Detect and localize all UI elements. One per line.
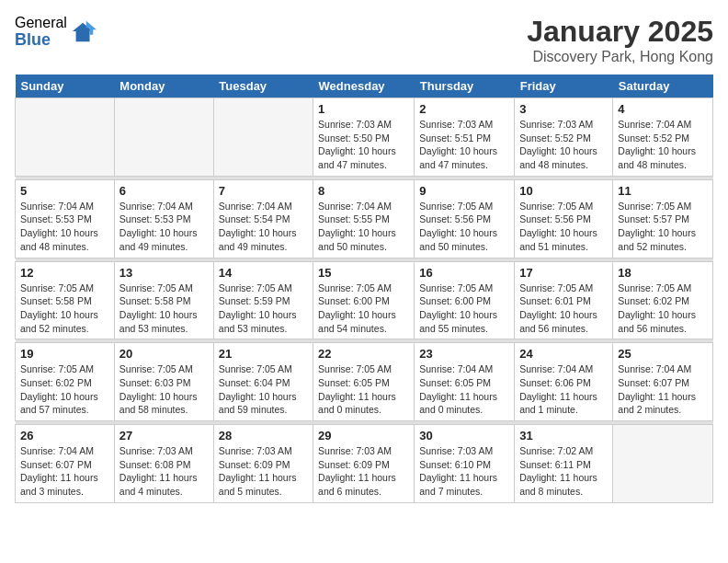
day-info: Sunrise: 7:03 AM Sunset: 5:50 PM Dayligh… (318, 118, 409, 172)
day-number: 13 (119, 266, 209, 280)
calendar-cell: 5Sunrise: 7:04 AM Sunset: 5:53 PM Daylig… (16, 179, 115, 258)
day-number: 2 (419, 102, 509, 116)
day-number: 20 (119, 347, 209, 361)
day-number: 27 (119, 429, 209, 442)
day-number: 31 (519, 429, 608, 442)
calendar-week-row: 12Sunrise: 7:05 AM Sunset: 5:58 PM Dayli… (16, 261, 713, 339)
calendar-title: January 2025 (527, 15, 713, 49)
day-info: Sunrise: 7:05 AM Sunset: 5:58 PM Dayligh… (119, 282, 209, 336)
day-info: Sunrise: 7:05 AM Sunset: 6:03 PM Dayligh… (119, 362, 209, 417)
day-info: Sunrise: 7:04 AM Sunset: 6:07 PM Dayligh… (618, 362, 708, 417)
calendar-cell: 19Sunrise: 7:05 AM Sunset: 6:02 PM Dayli… (16, 343, 115, 421)
calendar-cell (213, 98, 313, 177)
calendar-cell: 23Sunrise: 7:04 AM Sunset: 6:05 PM Dayli… (415, 343, 515, 421)
day-number: 11 (618, 184, 708, 198)
day-number: 4 (618, 102, 708, 116)
day-info: Sunrise: 7:04 AM Sunset: 6:07 PM Dayligh… (20, 444, 109, 499)
day-info: Sunrise: 7:03 AM Sunset: 6:09 PM Dayligh… (219, 444, 308, 499)
column-header-friday: Friday (515, 75, 613, 98)
day-number: 17 (519, 266, 608, 280)
calendar-table: SundayMondayTuesdayWednesdayThursdayFrid… (15, 75, 713, 503)
calendar-cell (114, 98, 213, 177)
calendar-cell: 20Sunrise: 7:05 AM Sunset: 6:03 PM Dayli… (114, 343, 213, 421)
column-header-thursday: Thursday (415, 75, 515, 98)
day-info: Sunrise: 7:03 AM Sunset: 5:51 PM Dayligh… (419, 118, 509, 172)
day-number: 12 (20, 266, 109, 280)
day-info: Sunrise: 7:04 AM Sunset: 5:52 PM Dayligh… (618, 118, 708, 172)
column-header-sunday: Sunday (16, 75, 115, 98)
day-info: Sunrise: 7:05 AM Sunset: 5:56 PM Dayligh… (419, 200, 509, 254)
day-number: 10 (519, 184, 608, 198)
logo: General Blue (15, 15, 97, 49)
day-info: Sunrise: 7:05 AM Sunset: 6:02 PM Dayligh… (20, 362, 109, 417)
day-number: 26 (20, 429, 109, 442)
day-number: 23 (419, 347, 509, 361)
day-number: 30 (419, 429, 509, 442)
calendar-subtitle: Discovery Park, Hong Kong (527, 49, 713, 65)
day-info: Sunrise: 7:05 AM Sunset: 6:04 PM Dayligh… (219, 362, 308, 417)
day-info: Sunrise: 7:04 AM Sunset: 5:53 PM Dayligh… (119, 200, 209, 254)
calendar-cell: 2Sunrise: 7:03 AM Sunset: 5:51 PM Daylig… (415, 98, 515, 177)
page-header: General Blue January 2025 Discovery Park… (15, 15, 713, 65)
day-number: 29 (318, 429, 409, 442)
day-info: Sunrise: 7:03 AM Sunset: 6:09 PM Dayligh… (318, 444, 409, 499)
calendar-cell: 9Sunrise: 7:05 AM Sunset: 5:56 PM Daylig… (415, 179, 515, 258)
column-header-monday: Monday (114, 75, 213, 98)
day-info: Sunrise: 7:04 AM Sunset: 5:53 PM Dayligh… (20, 200, 109, 254)
calendar-cell: 26Sunrise: 7:04 AM Sunset: 6:07 PM Dayli… (16, 425, 115, 503)
day-number: 6 (119, 184, 209, 198)
calendar-cell: 11Sunrise: 7:05 AM Sunset: 5:57 PM Dayli… (613, 179, 713, 258)
calendar-cell: 10Sunrise: 7:05 AM Sunset: 5:56 PM Dayli… (515, 179, 613, 258)
day-info: Sunrise: 7:03 AM Sunset: 5:52 PM Dayligh… (519, 118, 608, 172)
calendar-cell: 24Sunrise: 7:04 AM Sunset: 6:06 PM Dayli… (515, 343, 613, 421)
calendar-cell: 22Sunrise: 7:05 AM Sunset: 6:05 PM Dayli… (313, 343, 415, 421)
calendar-cell (613, 425, 713, 503)
day-number: 8 (318, 184, 409, 198)
day-info: Sunrise: 7:05 AM Sunset: 6:00 PM Dayligh… (419, 282, 509, 336)
day-info: Sunrise: 7:04 AM Sunset: 5:54 PM Dayligh… (219, 200, 308, 254)
calendar-cell: 28Sunrise: 7:03 AM Sunset: 6:09 PM Dayli… (213, 425, 313, 503)
calendar-cell: 30Sunrise: 7:03 AM Sunset: 6:10 PM Dayli… (415, 425, 515, 503)
day-number: 1 (318, 102, 409, 116)
calendar-cell: 31Sunrise: 7:02 AM Sunset: 6:11 PM Dayli… (515, 425, 613, 503)
calendar-cell: 27Sunrise: 7:03 AM Sunset: 6:08 PM Dayli… (114, 425, 213, 503)
calendar-cell: 17Sunrise: 7:05 AM Sunset: 6:01 PM Dayli… (515, 261, 613, 339)
calendar-cell: 7Sunrise: 7:04 AM Sunset: 5:54 PM Daylig… (213, 179, 313, 258)
day-info: Sunrise: 7:05 AM Sunset: 6:05 PM Dayligh… (318, 362, 409, 417)
calendar-cell: 3Sunrise: 7:03 AM Sunset: 5:52 PM Daylig… (515, 98, 613, 177)
calendar-cell: 15Sunrise: 7:05 AM Sunset: 6:00 PM Dayli… (313, 261, 415, 339)
calendar-cell: 6Sunrise: 7:04 AM Sunset: 5:53 PM Daylig… (114, 179, 213, 258)
day-info: Sunrise: 7:04 AM Sunset: 6:05 PM Dayligh… (419, 362, 509, 417)
calendar-cell: 25Sunrise: 7:04 AM Sunset: 6:07 PM Dayli… (613, 343, 713, 421)
calendar-cell: 4Sunrise: 7:04 AM Sunset: 5:52 PM Daylig… (613, 98, 713, 177)
day-number: 22 (318, 347, 409, 361)
day-info: Sunrise: 7:05 AM Sunset: 5:58 PM Dayligh… (20, 282, 109, 336)
day-number: 21 (219, 347, 308, 361)
day-number: 5 (20, 184, 109, 198)
calendar-cell: 1Sunrise: 7:03 AM Sunset: 5:50 PM Daylig… (313, 98, 415, 177)
day-info: Sunrise: 7:05 AM Sunset: 6:01 PM Dayligh… (519, 282, 608, 336)
day-number: 9 (419, 184, 509, 198)
day-info: Sunrise: 7:05 AM Sunset: 5:56 PM Dayligh… (519, 200, 608, 254)
day-number: 19 (20, 347, 109, 361)
day-info: Sunrise: 7:03 AM Sunset: 6:08 PM Dayligh… (119, 444, 209, 499)
calendar-cell: 12Sunrise: 7:05 AM Sunset: 5:58 PM Dayli… (16, 261, 115, 339)
calendar-cell (16, 98, 115, 177)
day-number: 3 (519, 102, 608, 116)
calendar-cell: 18Sunrise: 7:05 AM Sunset: 6:02 PM Dayli… (613, 261, 713, 339)
day-info: Sunrise: 7:04 AM Sunset: 6:06 PM Dayligh… (519, 362, 608, 417)
calendar-week-row: 1Sunrise: 7:03 AM Sunset: 5:50 PM Daylig… (16, 98, 713, 177)
column-header-tuesday: Tuesday (213, 75, 313, 98)
calendar-week-row: 5Sunrise: 7:04 AM Sunset: 5:53 PM Daylig… (16, 179, 713, 258)
calendar-cell: 14Sunrise: 7:05 AM Sunset: 5:59 PM Dayli… (213, 261, 313, 339)
day-info: Sunrise: 7:02 AM Sunset: 6:11 PM Dayligh… (519, 444, 608, 499)
logo-blue: Blue (15, 31, 67, 50)
calendar-week-row: 19Sunrise: 7:05 AM Sunset: 6:02 PM Dayli… (16, 343, 713, 421)
calendar-cell: 29Sunrise: 7:03 AM Sunset: 6:09 PM Dayli… (313, 425, 415, 503)
day-number: 15 (318, 266, 409, 280)
day-info: Sunrise: 7:05 AM Sunset: 5:57 PM Dayligh… (618, 200, 708, 254)
day-info: Sunrise: 7:03 AM Sunset: 6:10 PM Dayligh… (419, 444, 509, 499)
day-number: 24 (519, 347, 608, 361)
calendar-header-row: SundayMondayTuesdayWednesdayThursdayFrid… (16, 75, 713, 98)
day-info: Sunrise: 7:05 AM Sunset: 5:59 PM Dayligh… (219, 282, 308, 336)
